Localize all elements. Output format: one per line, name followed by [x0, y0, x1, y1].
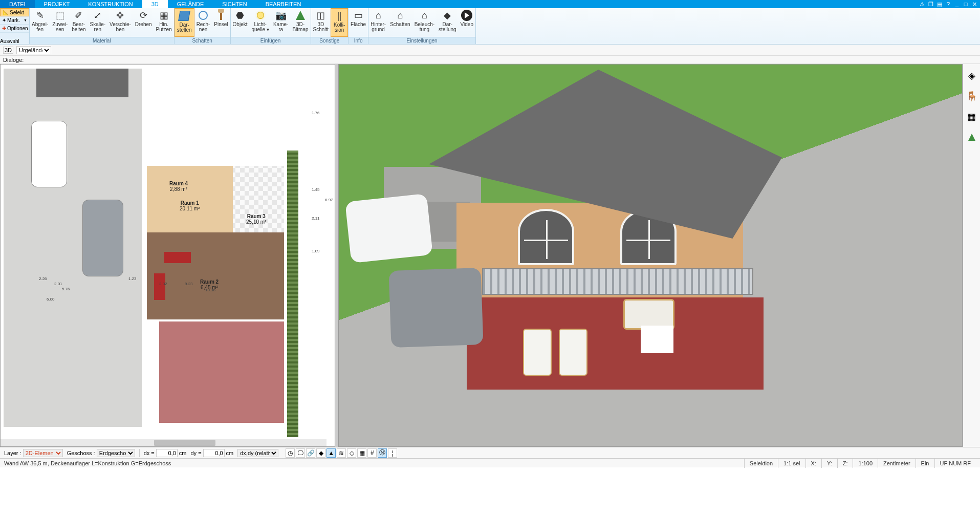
scale-icon: ⤢: [92, 9, 104, 22]
tree-panel-icon[interactable]: [966, 132, 977, 143]
close-icon[interactable]: ✕: [971, 1, 978, 8]
link-icon[interactable]: 🔗: [306, 448, 315, 458]
ribbon-lichtquelle[interactable]: Licht- quelle ▾: [249, 8, 271, 37]
ribbon: 📐Selekt ✦Mark.▼ ✚Optionen Auswahl ✎Abgre…: [0, 8, 980, 45]
ribbon-group-label-auswahl: Auswahl: [0, 38, 29, 44]
room-label: Raum 325,10 m²: [246, 214, 266, 225]
monitor-icon[interactable]: 🖵: [296, 448, 305, 458]
status-left: Wand AW 36,5 m, Deckenauflager L=Konstru…: [4, 460, 171, 466]
layers-icon[interactable]: ▤: [936, 1, 943, 8]
ribbon-3dbitmap[interactable]: 3D- Bitmap: [290, 8, 310, 37]
ribbon-group-einstellungen: ⌂Hinter- grund ⌂Schatten ⌂Beleuch- tung …: [368, 8, 476, 44]
area-icon: ▭: [352, 9, 364, 22]
ribbon-hinputzen[interactable]: ▦Hin. Putzen: [154, 8, 174, 37]
clock-icon[interactable]: ◷: [286, 448, 295, 458]
menu-tab-gelaende[interactable]: GELÄNDE: [168, 0, 213, 8]
horizontal-scrollbar[interactable]: [1, 439, 326, 446]
maximize-icon[interactable]: □: [962, 1, 969, 8]
optionen-button[interactable]: ✚Optionen: [0, 25, 29, 33]
diamond-icon[interactable]: ◇: [347, 448, 356, 458]
ribbon-darstellung[interactable]: ◆Dar- stellung: [437, 8, 458, 37]
status-z: Z:: [837, 459, 853, 468]
ribbon-hintergrund[interactable]: ⌂Hinter- grund: [368, 8, 388, 37]
terrain-select[interactable]: Urgelände: [16, 46, 51, 54]
status-ein: Ein: [916, 459, 934, 468]
dy-label: dy =: [190, 450, 201, 456]
menu-tab-bearbeiten[interactable]: BEARBEITEN: [256, 0, 311, 8]
status-x: X:: [805, 459, 821, 468]
mark-button[interactable]: ✦Mark.▼: [0, 16, 29, 25]
status-bar: Wand AW 36,5 m, Deckenauflager L=Konstru…: [0, 458, 980, 467]
camera-icon: 📷: [275, 9, 287, 22]
ribbon-objekt[interactable]: ⬣Objekt: [231, 8, 250, 37]
perspective-3d-view[interactable]: [338, 64, 963, 447]
ribbon-pinsel[interactable]: Pinsel: [212, 8, 230, 37]
workspace: Raum 42,88 m²Raum 120,11 m²Raum 325,10 m…: [0, 64, 980, 447]
ribbon-rechnen[interactable]: Rech- nen: [194, 8, 212, 37]
dx-input[interactable]: [156, 449, 178, 457]
terrace-3d: [467, 297, 764, 390]
ribbon-kamera[interactable]: 📷Kame- ra: [271, 8, 290, 37]
layer-select[interactable]: 2D-Elemen: [23, 449, 63, 457]
status-numrf: UF NUM RF: [934, 459, 976, 468]
minimize-icon[interactable]: _: [953, 1, 961, 8]
ribbon-kollision[interactable]: ‖Kolli- sion: [331, 8, 348, 37]
ribbon-video[interactable]: Video: [459, 8, 475, 37]
menu-tab-projekt[interactable]: PROJEKT: [35, 0, 79, 8]
view-sub-bar: 3D Urgelände: [0, 45, 980, 56]
geschoss-label: Geschoss :: [67, 450, 95, 456]
ribbon-skalieren[interactable]: ⤢Skalie- ren: [88, 8, 108, 37]
ribbon-3dschnitt[interactable]: ◫3D Schnitt: [311, 8, 331, 37]
layers-panel-icon[interactable]: ◈: [966, 70, 977, 81]
menu-tab-datei[interactable]: DATEI: [0, 0, 35, 8]
warning-icon[interactable]: ⚠: [919, 1, 926, 8]
dimension-label: 10.36: [205, 288, 215, 292]
hash-icon[interactable]: #: [367, 448, 377, 458]
dxdy-select[interactable]: dx,dy (relativ ka: [237, 449, 278, 457]
ribbon-bearbeiten[interactable]: ✐Bear- beiten: [70, 8, 88, 37]
dy-unit: cm: [226, 450, 234, 456]
status-selektion: Selektion: [744, 459, 778, 468]
dimension-label: 1.09: [312, 249, 320, 253]
direction-icon[interactable]: Ⓝ: [378, 448, 387, 458]
menu-tab-konstruktion[interactable]: KONSTRUKTION: [79, 0, 142, 8]
ribbon-group-label-einstellungen: Einstellungen: [368, 37, 475, 44]
floorplan-2d-view[interactable]: Raum 42,88 m²Raum 120,11 m²Raum 325,10 m…: [0, 64, 335, 447]
sofa-3d: [623, 299, 674, 330]
selekt-button[interactable]: 📐Selekt: [0, 8, 29, 16]
ribbon-darstellen[interactable]: Dar- stellen: [175, 8, 194, 37]
section-icon: ◫: [315, 9, 327, 22]
menu-bar: DATEI PROJEKT KONSTRUKTION 3D GELÄNDE SI…: [0, 0, 980, 8]
ribbon-flaeche[interactable]: ▭Fläche: [349, 8, 368, 37]
ribbon-group-material: ✎Abgrei- fen ⬚Zuwei- sen ✐Bear- beiten ⤢…: [30, 8, 175, 44]
status-unit: Zentimeter: [878, 459, 916, 468]
arrowup-icon[interactable]: ▲: [326, 448, 336, 458]
snap-toggle-row: ◷🖵🔗◆▲≋◇▦#Ⓝ¦: [286, 448, 397, 458]
plaster-icon: ▦: [158, 9, 170, 22]
swatch-icon[interactable]: ▦: [966, 111, 977, 122]
clone-icon[interactable]: ❐: [927, 1, 934, 8]
grid-icon[interactable]: ▦: [357, 448, 366, 458]
view-mode-field[interactable]: 3D: [3, 47, 13, 54]
menu-tab-sichten[interactable]: SICHTEN: [213, 0, 256, 8]
background-icon: ⌂: [372, 9, 384, 22]
dy-input[interactable]: [203, 449, 225, 457]
ribbon-side-auswahl: 📐Selekt ✦Mark.▼ ✚Optionen Auswahl: [0, 8, 30, 44]
ribbon-beleuchtung[interactable]: ⌂Beleuch- tung: [412, 8, 437, 37]
geschoss-select[interactable]: Erdgescho: [97, 449, 135, 457]
ribbon-verschieben[interactable]: ✥Verschie- ben: [107, 8, 133, 37]
layers2-icon[interactable]: ≋: [337, 448, 346, 458]
ribbon-group-label-sonstige: Sonstige: [311, 37, 349, 44]
text-icon[interactable]: ¦: [388, 448, 397, 458]
dimension-label: 6.00: [47, 297, 55, 302]
shapes-icon[interactable]: ◆: [316, 448, 325, 458]
room-label: Raum 120,11 m²: [180, 201, 200, 211]
ribbon-abgreifen[interactable]: ✎Abgrei- fen: [30, 8, 50, 37]
table-3d: [641, 326, 673, 353]
ribbon-zuweisen[interactable]: ⬚Zuwei- sen: [50, 8, 70, 37]
help-icon[interactable]: ?: [945, 1, 952, 8]
ribbon-drehen[interactable]: ⟳Drehen: [133, 8, 154, 37]
ribbon-schatten-set[interactable]: ⌂Schatten: [388, 8, 412, 37]
chair-icon[interactable]: 🪑: [966, 91, 977, 102]
menu-tab-3d[interactable]: 3D: [142, 0, 168, 8]
